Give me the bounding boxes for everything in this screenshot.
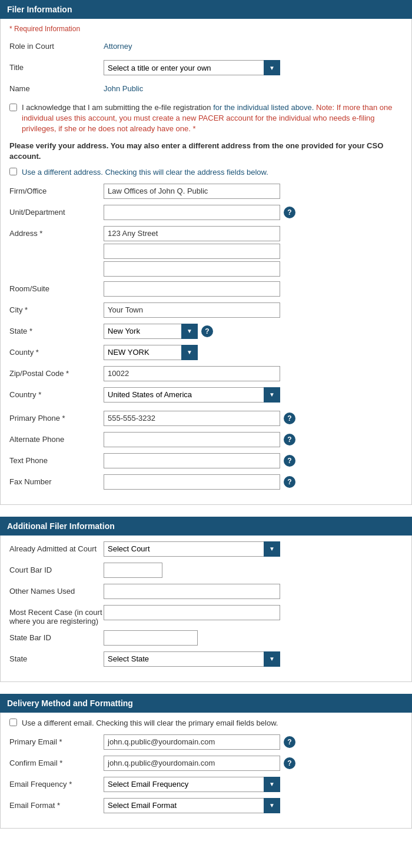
email-format-label: Email Format * bbox=[9, 798, 104, 810]
zip-row: Zip/Postal Code * bbox=[9, 366, 403, 383]
room-row: Room/Suite bbox=[9, 281, 403, 298]
unit-help-icon[interactable]: ? bbox=[284, 207, 295, 218]
other-names-input[interactable] bbox=[104, 584, 280, 599]
title-select[interactable]: Select a title or enter your own bbox=[104, 60, 280, 75]
other-names-row: Other Names Used bbox=[9, 584, 403, 600]
state-select[interactable]: New York bbox=[104, 324, 198, 339]
title-select-wrapper[interactable]: Select a title or enter your own bbox=[104, 60, 280, 75]
recent-case-label: Most Recent Case (in court where you are… bbox=[9, 605, 104, 626]
bar-id-input[interactable] bbox=[104, 563, 162, 578]
format-select[interactable]: Select Email Format bbox=[104, 798, 280, 813]
text-phone-help-icon[interactable]: ? bbox=[284, 455, 295, 467]
address-row: Address * bbox=[9, 226, 403, 277]
city-label: City * bbox=[9, 302, 104, 314]
additional-state-label: State bbox=[9, 651, 104, 663]
county-select-wrapper[interactable]: NEW YORK bbox=[104, 345, 198, 360]
frequency-select-wrapper[interactable]: Select Email Frequency bbox=[104, 777, 280, 792]
filer-information-section: Filer Information * Required Information… bbox=[0, 0, 412, 505]
bar-id-row: Court Bar ID bbox=[9, 563, 403, 579]
zip-input[interactable] bbox=[104, 366, 280, 381]
address-label: Address * bbox=[9, 226, 104, 238]
address-line1-input[interactable] bbox=[104, 226, 280, 241]
text-phone-input[interactable] bbox=[104, 453, 280, 468]
diff-address-checkbox[interactable] bbox=[9, 168, 17, 175]
confirm-email-label: Confirm Email * bbox=[9, 756, 104, 767]
name-value: John Public bbox=[104, 81, 143, 93]
confirm-email-input[interactable] bbox=[104, 756, 280, 771]
acknowledge-text: I acknowledge that I am submitting the e… bbox=[22, 102, 403, 135]
diff-address-row: Use a different address. Checking this w… bbox=[9, 168, 403, 177]
address-line2-input[interactable] bbox=[104, 244, 280, 259]
name-row: Name John Public bbox=[9, 81, 403, 98]
alt-phone-help-icon[interactable]: ? bbox=[284, 434, 295, 445]
fax-input[interactable] bbox=[104, 474, 280, 490]
room-label: Room/Suite bbox=[9, 281, 104, 293]
frequency-select[interactable]: Select Email Frequency bbox=[104, 777, 280, 792]
text-phone-label: Text Phone bbox=[9, 453, 104, 465]
state-bar-id-input[interactable] bbox=[104, 630, 198, 646]
bar-id-label: Court Bar ID bbox=[9, 563, 104, 574]
email-frequency-label: Email Frequency * bbox=[9, 777, 104, 789]
primary-email-label: Primary Email * bbox=[9, 734, 104, 746]
court-row: Already Admitted at Court Select Court bbox=[9, 541, 403, 558]
state-help-icon[interactable]: ? bbox=[201, 325, 213, 337]
fax-help-icon[interactable]: ? bbox=[284, 476, 295, 488]
additional-state-row: State Select State bbox=[9, 651, 403, 668]
firm-label: Firm/Office bbox=[9, 184, 104, 195]
additional-state-select-wrapper[interactable]: Select State bbox=[104, 651, 280, 667]
ack-text-2: for the individual listed above. bbox=[213, 103, 316, 112]
delivery-section-title: Delivery Method and Formatting bbox=[7, 699, 133, 708]
state-row: State * New York ? bbox=[9, 324, 403, 340]
diff-email-checkbox[interactable] bbox=[9, 719, 17, 726]
primary-phone-label: Primary Phone * bbox=[9, 411, 104, 423]
unit-input[interactable] bbox=[104, 205, 280, 220]
recent-case-row: Most Recent Case (in court where you are… bbox=[9, 605, 403, 626]
primary-email-help-icon[interactable]: ? bbox=[284, 736, 295, 748]
firm-input[interactable] bbox=[104, 184, 280, 199]
alt-phone-input[interactable] bbox=[104, 432, 280, 447]
required-info-label: * Required Information bbox=[9, 25, 403, 33]
additional-section-header: Additional Filer Information bbox=[0, 517, 412, 536]
room-input[interactable] bbox=[104, 281, 280, 297]
state-select-wrapper[interactable]: New York bbox=[104, 324, 198, 339]
name-label: Name bbox=[9, 81, 104, 93]
alt-phone-label: Alternate Phone bbox=[9, 432, 104, 444]
format-select-wrapper[interactable]: Select Email Format bbox=[104, 798, 280, 813]
additional-section-title: Additional Filer Information bbox=[7, 521, 115, 531]
recent-case-input[interactable] bbox=[104, 605, 280, 620]
additional-filer-section: Additional Filer Information Already Adm… bbox=[0, 517, 412, 682]
address-inputs bbox=[104, 226, 280, 277]
city-row: City * bbox=[9, 302, 403, 319]
email-frequency-row: Email Frequency * Select Email Frequency bbox=[9, 777, 403, 793]
court-select[interactable]: Select Court bbox=[104, 541, 280, 557]
diff-email-row: Use a different email. Checking this wil… bbox=[9, 719, 403, 727]
text-phone-row: Text Phone ? bbox=[9, 453, 403, 470]
court-select-wrapper[interactable]: Select Court bbox=[104, 541, 280, 557]
country-label: Country * bbox=[9, 387, 104, 399]
country-select-wrapper[interactable]: United States of America bbox=[104, 387, 280, 403]
alt-phone-row: Alternate Phone ? bbox=[9, 432, 403, 448]
primary-email-input[interactable] bbox=[104, 734, 280, 750]
additional-state-select[interactable]: Select State bbox=[104, 651, 280, 667]
filer-section-header: Filer Information bbox=[0, 0, 412, 19]
title-label: Title bbox=[9, 60, 104, 72]
address-line3-input[interactable] bbox=[104, 261, 280, 277]
ack-text-1: I acknowledge that I am submitting the e… bbox=[22, 103, 213, 112]
city-input[interactable] bbox=[104, 302, 280, 318]
country-select[interactable]: United States of America bbox=[104, 387, 280, 403]
diff-email-text: Use a different email. Checking this wil… bbox=[22, 719, 278, 727]
acknowledge-checkbox[interactable] bbox=[9, 104, 17, 111]
primary-phone-help-icon[interactable]: ? bbox=[284, 413, 295, 424]
primary-phone-row: Primary Phone * ? bbox=[9, 411, 403, 427]
primary-email-row: Primary Email * ? bbox=[9, 734, 403, 751]
diff-address-text: Use a different address. Checking this w… bbox=[22, 168, 268, 177]
firm-row: Firm/Office bbox=[9, 184, 403, 200]
primary-phone-input[interactable] bbox=[104, 411, 280, 426]
county-select[interactable]: NEW YORK bbox=[104, 345, 198, 360]
confirm-email-row: Confirm Email * ? bbox=[9, 756, 403, 772]
email-format-row: Email Format * Select Email Format bbox=[9, 798, 403, 814]
confirm-email-help-icon[interactable]: ? bbox=[284, 757, 295, 769]
unit-label: Unit/Department bbox=[9, 205, 104, 217]
role-value: Attorney bbox=[104, 39, 132, 51]
role-row: Role in Court Attorney bbox=[9, 39, 403, 55]
